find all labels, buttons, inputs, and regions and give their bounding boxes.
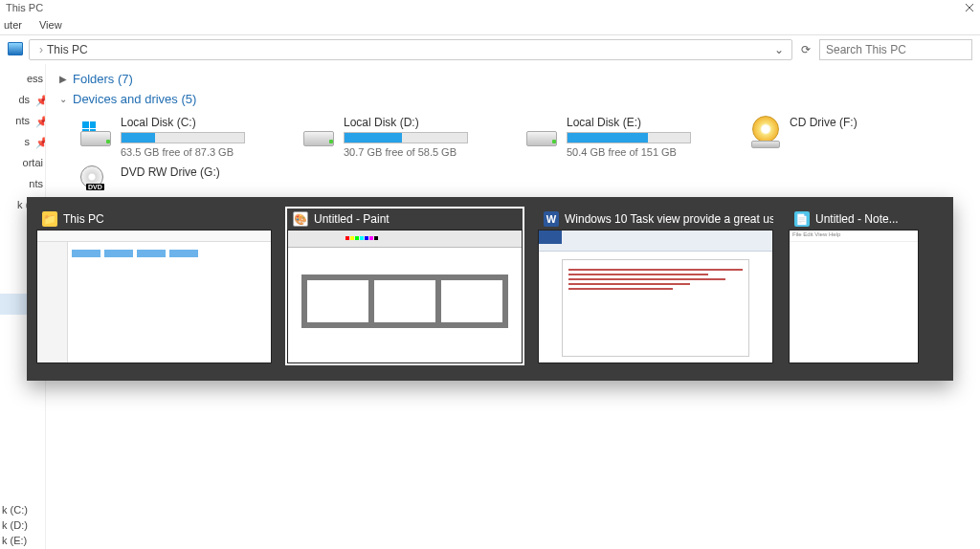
paint-icon: 🎨 [293, 211, 308, 227]
hdd-icon [526, 121, 559, 146]
thumbnail-preview [538, 230, 773, 363]
section-folders[interactable]: ▶ Folders (7) [59, 72, 980, 86]
task-thumb-word[interactable]: WWindows 10 Task view provide a great us… [536, 207, 775, 365]
task-thumb-paint[interactable]: 🎨Untitled - Paint [285, 207, 524, 365]
chevron-right-icon: › [35, 43, 47, 56]
pin-icon: 📌 [35, 116, 45, 125]
free-space: 63.5 GB free of 87.3 GB [121, 146, 282, 158]
sidebar-item[interactable]: nts [0, 115, 32, 126]
tab-computer[interactable]: uter [4, 19, 22, 31]
sidebar-item[interactable]: ess [0, 73, 45, 84]
drive-d[interactable]: Local Disk (D:) 30.7 GB free of 58.5 GB [301, 112, 507, 162]
drive-g[interactable]: DVD DVD RW Drive (G:) [78, 162, 284, 196]
drive-label: Local Disk (C:) [121, 116, 282, 129]
search-input[interactable] [819, 39, 972, 60]
usage-bar [344, 132, 468, 143]
sidebar-item[interactable]: k (E:) [2, 535, 28, 546]
chevron-right-icon: ▶ [59, 74, 67, 84]
ribbon-tabs: uter View [0, 15, 980, 35]
explorer-icon: 📁 [42, 211, 57, 227]
chevron-down-icon[interactable]: ⌄ [772, 43, 786, 56]
cd-icon [749, 116, 782, 148]
task-thumb-thispc[interactable]: 📁This PC [34, 207, 274, 365]
notepad-icon: 📄 [794, 211, 810, 227]
hdd-icon [80, 121, 113, 146]
thumbnail-preview [287, 230, 523, 363]
task-thumb-notepad[interactable]: 📄Untitled - Note... File Edit View Help [787, 207, 921, 365]
drive-label: CD Drive (F:) [790, 116, 951, 129]
task-view: 📁This PC 🎨Untitled - Paint WWindows 10 T… [27, 197, 953, 381]
drive-label: DVD RW Drive (G:) [121, 165, 282, 179]
pc-icon [8, 42, 23, 58]
free-space: 30.7 GB free of 58.5 GB [344, 146, 505, 158]
sidebar-item[interactable]: ds [0, 94, 32, 105]
thumbnail-preview [36, 230, 272, 363]
dvd-icon: DVD [80, 165, 113, 192]
sidebar-disk-labels: k (C:) k (D:) k (E:) (F:) [2, 504, 28, 549]
hdd-icon [303, 121, 336, 146]
drive-c[interactable]: Local Disk (C:) 63.5 GB free of 87.3 GB [78, 112, 284, 162]
usage-bar [567, 132, 691, 143]
drive-f[interactable]: CD Drive (F:) [747, 112, 953, 162]
sidebar-item[interactable]: k (C:) [2, 504, 28, 516]
sidebar-item[interactable]: s [0, 136, 32, 147]
word-icon: W [544, 211, 559, 227]
usage-bar [121, 132, 245, 143]
pin-icon: 📌 [35, 137, 45, 146]
sidebar-item[interactable]: k (D:) [2, 519, 28, 531]
sidebar-item[interactable]: nts [0, 178, 45, 189]
drive-label: Local Disk (E:) [567, 116, 728, 129]
sidebar-item[interactable]: ortai [0, 157, 45, 168]
refresh-icon[interactable]: ⟳ [798, 43, 813, 56]
window-title: This PC [6, 2, 43, 13]
address-bar[interactable]: › This PC ⌄ [29, 39, 792, 60]
pin-icon: 📌 [35, 95, 45, 104]
close-icon[interactable] [965, 3, 974, 12]
drive-label: Local Disk (D:) [344, 116, 505, 129]
chevron-down-icon: ⌄ [59, 94, 67, 104]
free-space: 50.4 GB free of 151 GB [567, 146, 728, 158]
tab-view[interactable]: View [39, 19, 62, 31]
drive-e[interactable]: Local Disk (E:) 50.4 GB free of 151 GB [524, 112, 730, 162]
thumbnail-preview: File Edit View Help [789, 230, 919, 363]
section-devices[interactable]: ⌄ Devices and drives (5) [59, 92, 980, 106]
address-location: This PC [47, 43, 88, 56]
